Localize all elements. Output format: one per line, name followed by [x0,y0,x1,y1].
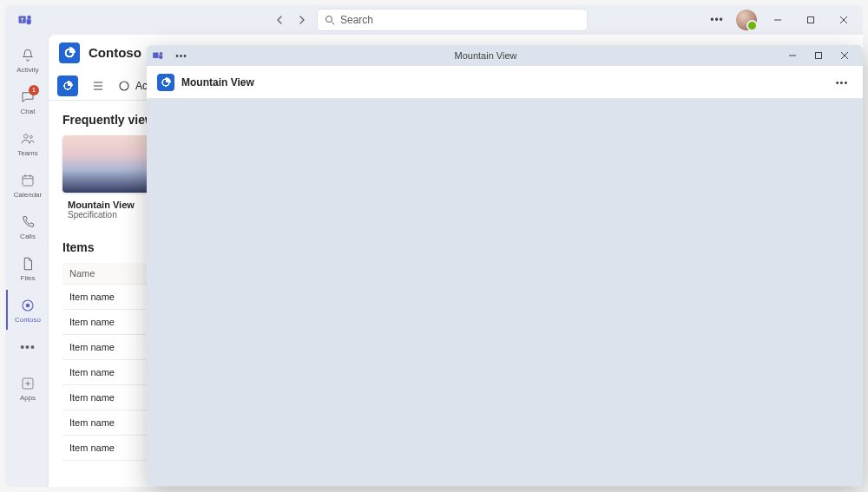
popout-more-button[interactable]: ••• [171,45,192,66]
app-name: Contoso [89,45,141,60]
phone-icon [19,213,36,231]
popout-header-title: Mountain View [181,76,254,89]
rail-label: Contoso [15,316,41,324]
popout-body [147,99,863,486]
svg-rect-14 [816,53,822,59]
contoso-app-logo [157,74,174,91]
bell-icon [19,47,36,64]
contoso-icon [19,297,36,314]
rail-label: Files [21,274,36,282]
main-titlebar: T Search ••• [5,5,863,35]
svg-point-5 [24,134,29,138]
card-thumbnail [62,135,153,193]
svg-rect-4 [808,17,814,23]
rail-activity[interactable]: Activity [6,40,48,80]
svg-point-1 [27,16,31,20]
rail-label: Apps [20,394,36,402]
apps-icon [19,375,36,392]
popout-header: Mountain View ••• [147,66,863,99]
search-placeholder: Search [340,14,373,26]
popout-titlebar: ••• Mountain View [147,45,863,66]
maximize-button[interactable] [799,8,823,32]
minimize-button[interactable] [766,8,790,32]
rail-apps[interactable]: Apps [6,368,48,408]
rail-teams[interactable]: Teams [6,123,48,163]
close-button[interactable] [832,8,856,32]
rail-label: Activity [16,66,38,74]
popout-window: ••• Mountain View Mountain View ••• [147,45,863,486]
rail-calendar[interactable]: Calendar [6,165,48,205]
back-button[interactable] [269,10,290,30]
rail-label: Calendar [14,191,42,199]
more-icon: ••• [19,338,36,356]
popout-maximize-button[interactable] [806,45,832,66]
svg-point-3 [326,16,332,23]
hamburger-button[interactable] [87,75,109,97]
svg-point-13 [160,52,163,56]
rail-files[interactable]: Files [6,248,48,288]
teams-logo-icon [152,49,164,62]
circle-icon [118,80,130,92]
svg-point-9 [26,303,30,307]
rail-calls[interactable]: Calls [6,207,48,246]
svg-rect-12 [153,53,158,58]
contoso-app-logo [59,43,80,63]
forward-button[interactable] [292,10,312,30]
search-input[interactable]: Search [318,10,587,30]
rail-contoso[interactable]: Contoso [6,290,48,330]
teams-icon [19,130,36,148]
rail-label: Calls [20,233,36,240]
calendar-icon [19,172,36,189]
rail-chat[interactable]: 1 Chat [6,82,48,121]
svg-point-6 [30,135,32,138]
popout-close-button[interactable] [832,45,858,66]
rail-label: Teams [17,149,38,157]
user-avatar[interactable] [736,10,757,30]
chat-badge: 1 [29,85,39,95]
frequently-viewed-card[interactable]: Mountain View Specification [62,135,153,220]
more-options-button[interactable]: ••• [707,10,727,30]
search-icon [325,15,335,25]
popout-header-more-button[interactable]: ••• [832,72,852,93]
rail-more[interactable]: ••• [6,331,48,363]
card-title: Mountain View [62,200,153,210]
file-icon [19,255,36,272]
svg-rect-7 [23,175,33,185]
card-subtitle: Specification [62,210,153,220]
app-rail: Activity 1 Chat Teams Calendar [5,35,49,487]
app-home-button[interactable] [57,75,78,96]
svg-text:T: T [21,17,24,23]
rail-label: Chat [21,108,36,115]
popout-window-title: Mountain View [199,50,773,61]
popout-minimize-button[interactable] [779,45,806,66]
nav-arrows [269,10,312,30]
teams-logo-icon: T [17,12,33,28]
svg-point-11 [120,82,128,90]
